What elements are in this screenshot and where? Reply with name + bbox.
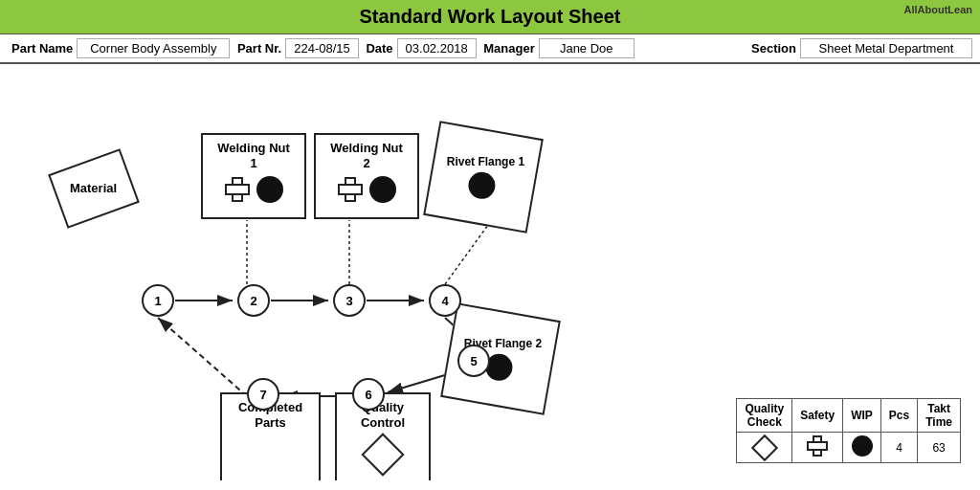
svg-line-8 — [158, 318, 247, 396]
legend-header-quality: QualityCheck — [737, 399, 792, 433]
logo: AllAboutLean — [904, 4, 973, 15]
part-nr-value: 224-08/15 — [285, 38, 359, 58]
date-label: Date — [362, 41, 396, 56]
legend-takt-value: 63 — [918, 433, 961, 463]
process-node-1: 1 — [142, 284, 174, 317]
legend-header-takt: TaktTime — [918, 399, 961, 433]
black-circle-icon-2 — [369, 176, 396, 203]
welding-nut-1-station: Welding Nut1 — [201, 133, 306, 219]
process-node-4: 4 — [429, 284, 461, 317]
process-node-5: 5 — [457, 345, 490, 377]
wip-circle-icon — [852, 435, 873, 457]
rivet-flange-1-station: Rivet Flange 1 — [423, 121, 544, 234]
process-node-6: 6 — [352, 378, 385, 411]
svg-rect-16 — [339, 185, 362, 194]
legend-header-wip: WIP — [843, 399, 881, 433]
process-node-7: 7 — [247, 378, 279, 411]
legend-wip-value — [843, 433, 881, 463]
svg-line-11 — [445, 225, 488, 284]
cross-icon — [224, 176, 251, 203]
legend-pcs-value: 4 — [880, 433, 917, 463]
cross-icon-2 — [337, 176, 364, 203]
process-node-3: 3 — [333, 284, 366, 317]
qc-diamond-icon — [361, 434, 404, 477]
legend-header-pcs: Pcs — [880, 399, 917, 433]
section-value: Sheet Metal Department — [800, 38, 972, 58]
quality-control-station: QualityControl — [335, 392, 431, 480]
part-nr-label: Part Nr. — [234, 41, 285, 56]
info-row: Part Name Corner Body Assembly Part Nr. … — [0, 34, 980, 64]
welding-nut-2-station: Welding Nut2 — [314, 133, 419, 219]
black-circle-icon — [256, 176, 283, 203]
safety-cross-icon — [807, 435, 828, 457]
legend-safety-value — [792, 433, 843, 463]
manager-value: Jane Doe — [539, 38, 635, 58]
legend-quality-value — [737, 433, 792, 463]
svg-rect-18 — [808, 442, 827, 450]
legend-table: QualityCheck Safety WIP Pcs TaktTime — [736, 398, 961, 463]
part-name-label: Part Name — [8, 41, 77, 56]
part-name-value: Corner Body Assembly — [77, 38, 230, 58]
date-value: 03.02.2018 — [397, 38, 477, 58]
svg-rect-14 — [226, 185, 249, 194]
manager-label: Manager — [479, 41, 538, 56]
main-canvas: Material Welding Nut1 Welding Nut2 Rivet… — [0, 64, 980, 480]
rivet-flange-1-circle — [468, 172, 495, 199]
section-label: Section — [747, 41, 800, 56]
process-node-2: 2 — [237, 284, 270, 317]
page-title: Standard Work Layout Sheet AllAboutLean — [0, 0, 980, 34]
legend-header-safety: Safety — [792, 399, 843, 433]
